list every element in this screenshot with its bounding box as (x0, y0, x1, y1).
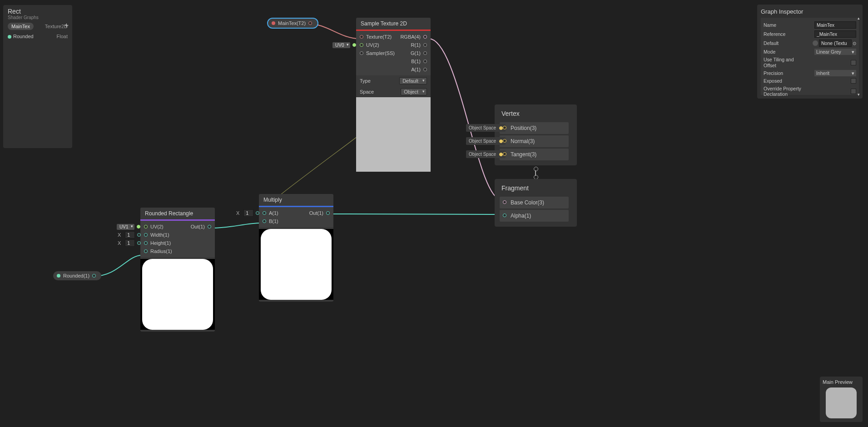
blackboard-title: Rect (8, 8, 68, 15)
node-title: Multiply (259, 194, 333, 206)
node-title: Rounded Rectangle (140, 208, 215, 219)
vertex-title: Vertex (497, 108, 575, 121)
blackboard-row-maintex[interactable]: MainTex Texture2D (3, 21, 72, 32)
node-preview (356, 97, 431, 172)
node-preview (142, 259, 213, 330)
output-port[interactable] (308, 21, 312, 25)
port-a[interactable]: A(1) (397, 65, 431, 74)
property-node-maintex[interactable]: MainTex(T2) (268, 19, 317, 28)
port-b[interactable]: B(1) (259, 217, 295, 225)
mode-dropdown[interactable]: Linear Grey (814, 49, 856, 55)
slot-alpha[interactable]: Alpha(1) (500, 210, 569, 222)
port-a[interactable]: X A(1) (259, 209, 295, 217)
port-width[interactable]: X Width(1) (140, 231, 180, 239)
port-uv[interactable]: UV0 UV(2) (356, 41, 397, 49)
port-radius[interactable]: Radius(1) (140, 247, 180, 255)
port-out[interactable]: Out(1) (295, 209, 333, 217)
inspector-title: Graph Inspector (761, 7, 859, 18)
default-field[interactable]: None (Textu (819, 40, 852, 47)
blackboard-subtitle: Shader Graphs (8, 15, 68, 20)
port-b[interactable]: B(1) (397, 57, 431, 65)
texture-icon (272, 21, 275, 25)
node-rounded-rectangle[interactable]: Rounded Rectangle UV1 UV(2) X Width(1) (140, 208, 215, 332)
type-label: Type (360, 78, 371, 84)
height-input[interactable] (125, 239, 135, 247)
fragment-title: Fragment (497, 183, 575, 195)
tiling-checkbox[interactable] (851, 60, 856, 65)
slot-tangent[interactable]: Object Space Tangent(3) (500, 149, 569, 160)
property-label: MainTex(T2) (278, 20, 306, 26)
master-vertex: Vertex Object Space Position(3) Object S… (495, 104, 577, 165)
main-preview-render (826, 387, 857, 418)
precision-dropdown[interactable]: Inherit (814, 70, 856, 76)
scroll-up-icon[interactable]: ▴ (858, 16, 860, 20)
space-dropdown[interactable]: Object (401, 88, 427, 95)
node-preview (261, 229, 332, 300)
node-sample-texture-2d[interactable]: Sample Texture 2D Texture(T2) UV0 UV(2) … (356, 18, 431, 172)
override-checkbox[interactable] (851, 89, 856, 94)
uv-dropdown[interactable]: UV0 (332, 42, 350, 48)
target-icon[interactable]: ⊙ (853, 41, 856, 46)
main-preview-title: Main Preview (823, 378, 860, 387)
object-picker-icon[interactable] (813, 40, 818, 46)
main-preview-panel: Main Preview (820, 377, 863, 422)
port-out[interactable]: Out(1) (180, 223, 215, 231)
slot-normal[interactable]: Object Space Normal(3) (500, 135, 569, 147)
master-fragment: Fragment Base Color(3) Alpha(1) (495, 179, 577, 227)
graph-inspector-panel: Graph Inspector ▴ ▾ Name Reference Defau… (757, 5, 863, 99)
node-multiply[interactable]: Multiply X A(1) B(1) Out(1) (259, 194, 333, 302)
port-height[interactable]: X Height(1) (140, 239, 180, 247)
port-sampler[interactable]: Sampler(SS) (356, 49, 397, 57)
scroll-down-icon[interactable]: ▾ (858, 92, 860, 97)
reference-input[interactable] (814, 30, 856, 38)
width-input[interactable] (125, 231, 135, 238)
port-rgba[interactable]: RGBA(4) (397, 33, 431, 41)
float-icon (57, 274, 60, 278)
property-label: Rounded(1) (63, 273, 89, 278)
port-uv[interactable]: UV1 UV(2) (140, 223, 180, 231)
property-node-rounded[interactable]: Rounded(1) (53, 271, 101, 280)
stack-link-icon (533, 167, 538, 179)
blackboard-panel: Rect Shader Graphs + MainTex Texture2D R… (3, 5, 72, 148)
blackboard-row-rounded[interactable]: Rounded Float (3, 32, 72, 41)
port-g[interactable]: G(1) (397, 49, 431, 57)
add-property-button[interactable]: + (64, 21, 69, 30)
space-label: Space (360, 89, 374, 94)
graph-edges (0, 0, 868, 427)
slot-basecolor[interactable]: Base Color(3) (500, 197, 569, 209)
output-port[interactable] (92, 274, 96, 278)
node-title: Sample Texture 2D (356, 18, 431, 30)
name-input[interactable] (814, 21, 856, 29)
port-texture[interactable]: Texture(T2) (356, 33, 397, 41)
port-r[interactable]: R(1) (397, 41, 431, 49)
exposed-checkbox[interactable] (851, 78, 856, 84)
type-dropdown[interactable]: Default (399, 77, 427, 84)
uv-dropdown[interactable]: UV1 (117, 224, 134, 230)
slot-position[interactable]: Object Space Position(3) (500, 122, 569, 134)
a-input[interactable] (243, 209, 253, 217)
